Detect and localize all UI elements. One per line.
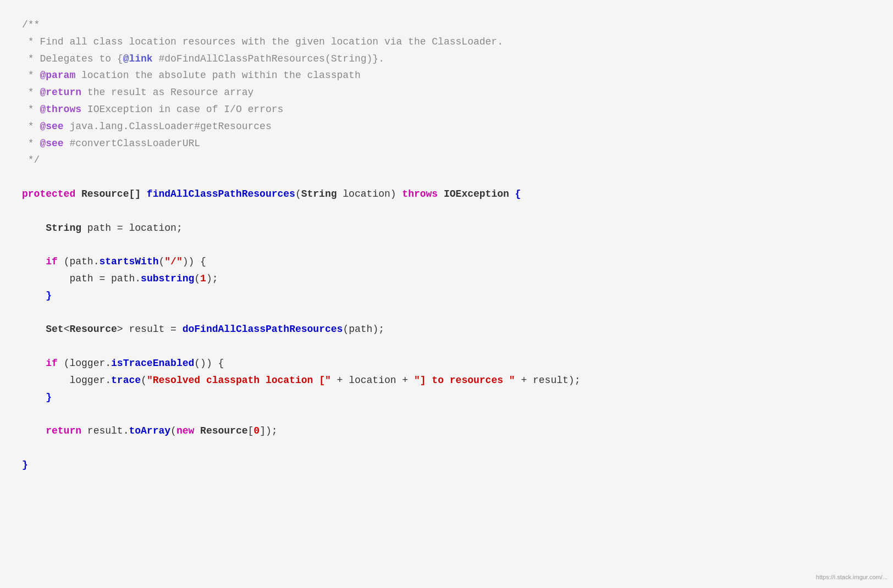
blank-line-2 xyxy=(22,203,871,220)
close-brace-if: } xyxy=(22,287,871,304)
blank-line-3 xyxy=(22,236,871,253)
blank-line-1 xyxy=(22,169,871,186)
var-decl-path: String path = location; xyxy=(22,220,871,237)
blank-line-5 xyxy=(22,338,871,355)
comment-line-4: * @param location the absolute path with… xyxy=(22,67,871,84)
path-assign: path = path.substring(1); xyxy=(22,270,871,287)
comment-line-6: * @throws IOException in case of I/O err… xyxy=(22,101,871,118)
comment-line-7: * @see java.lang.ClassLoader#getResource… xyxy=(22,118,871,135)
comment-line-1: /** xyxy=(22,16,871,34)
if-starts-with: if (path.startsWith("/")) { xyxy=(22,253,871,270)
close-brace-method: } xyxy=(22,457,871,474)
code-editor: /** * Find all class location resources … xyxy=(22,11,871,479)
blank-line-4 xyxy=(22,304,871,321)
comment-line-5: * @return the result as Resource array xyxy=(22,84,871,101)
close-brace-logger: } xyxy=(22,389,871,406)
method-signature: protected Resource[] findAllClassPathRes… xyxy=(22,186,871,203)
comment-line-8: * @see #convertClassLoaderURL xyxy=(22,135,871,152)
blank-line-7 xyxy=(22,440,871,457)
comment-line-2: * Find all class location resources with… xyxy=(22,34,871,51)
set-result: Set<Resource> result = doFindAllClassPat… xyxy=(22,321,871,338)
blank-line-6 xyxy=(22,406,871,423)
comment-line-9: */ xyxy=(22,152,871,169)
return-stmt: return result.toArray(new Resource[0]); xyxy=(22,423,871,440)
comment-line-3: * Delegates to {@link #doFindAllClassPat… xyxy=(22,51,871,68)
if-logger: if (logger.isTraceEnabled()) { xyxy=(22,355,871,372)
logger-trace: logger.trace("Resolved classpath locatio… xyxy=(22,372,871,389)
